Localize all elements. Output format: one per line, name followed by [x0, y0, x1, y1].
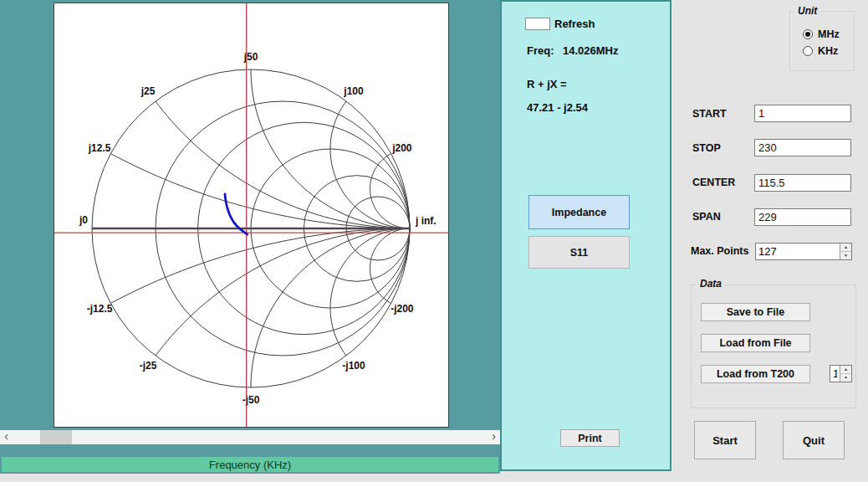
radio-mhz[interactable]: [803, 29, 813, 39]
scroll-right-arrow-icon[interactable]: ›: [488, 430, 500, 444]
t200-index-input[interactable]: [830, 366, 840, 382]
center-label: CENTER: [692, 177, 735, 188]
frequency-axis-label: Frequency (KHz): [209, 459, 291, 471]
svg-text:j25: j25: [140, 85, 156, 97]
smith-chart: j12.5-j12.5j25-j25j50-j50j100-j100j200-j…: [54, 3, 449, 428]
unit-groupbox: [789, 11, 855, 71]
save-to-file-button[interactable]: Save to File: [701, 303, 810, 321]
r-jx-value: 47.21 - j2.54: [527, 101, 588, 114]
smith-chart-svg: j12.5-j12.5j25-j25j50-j50j100-j100j200-j…: [54, 3, 448, 427]
radio-khz-label: KHz: [818, 45, 838, 57]
readout-panel: Refresh Freq: 14.026MHz R + jX = 47.21 -…: [500, 0, 671, 471]
start-label: START: [692, 108, 727, 120]
max-points-label: Max. Points: [691, 245, 748, 257]
svg-text:-j100: -j100: [342, 360, 365, 372]
load-from-file-button[interactable]: Load from File: [701, 334, 810, 352]
chart-window: j12.5-j12.5j25-j25j50-j50j100-j100j200-j…: [0, 0, 500, 474]
svg-text:j100: j100: [343, 85, 364, 97]
radio-khz[interactable]: [803, 46, 813, 56]
svg-text:j50: j50: [243, 51, 258, 63]
svg-text:j12.5: j12.5: [88, 142, 111, 154]
start-button[interactable]: Start: [694, 421, 756, 459]
scroll-left-arrow-icon[interactable]: ‹: [0, 430, 13, 444]
start-input[interactable]: [754, 105, 851, 122]
freq-value: 14.026MHz: [563, 44, 618, 57]
unit-group-label: Unit: [794, 5, 820, 17]
svg-text:j inf.: j inf.: [415, 215, 437, 227]
stop-input[interactable]: [754, 139, 851, 156]
t200-index-up-icon[interactable]: ▲: [840, 366, 851, 374]
svg-text:-j50: -j50: [243, 394, 260, 406]
freq-label: Freq:: [527, 44, 554, 57]
svg-text:-j12.5: -j12.5: [87, 303, 113, 315]
quit-button[interactable]: Quit: [783, 421, 845, 459]
impedance-button[interactable]: Impedance: [528, 195, 630, 229]
data-group-label: Data: [697, 278, 725, 290]
t200-index-spinner: ▲ ▼: [830, 365, 852, 382]
max-points-spinner: ▲ ▼: [755, 243, 852, 260]
stop-label: STOP: [692, 142, 721, 154]
max-points-input[interactable]: [756, 244, 840, 259]
radio-mhz-label: MHz: [818, 28, 840, 40]
center-input[interactable]: [754, 174, 851, 192]
print-button[interactable]: Print: [560, 429, 620, 447]
max-points-down-icon[interactable]: ▼: [840, 252, 851, 259]
svg-text:j0: j0: [79, 214, 88, 226]
r-jx-label: R + jX =: [527, 78, 567, 90]
load-from-t200-button[interactable]: Load from T200: [701, 365, 810, 383]
refresh-checkbox[interactable]: [525, 18, 550, 30]
scrollbar-thumb[interactable]: [40, 430, 72, 444]
max-points-up-icon[interactable]: ▲: [840, 244, 851, 252]
horizontal-scrollbar[interactable]: ‹ ›: [0, 430, 500, 444]
span-input[interactable]: [754, 208, 851, 226]
s11-button[interactable]: S11: [528, 236, 630, 269]
span-label: SPAN: [692, 211, 721, 223]
refresh-label: Refresh: [554, 18, 595, 30]
svg-text:j200: j200: [391, 142, 412, 154]
t200-index-down-icon[interactable]: ▼: [840, 374, 851, 382]
svg-text:-j25: -j25: [140, 360, 157, 372]
svg-text:-j200: -j200: [391, 303, 414, 315]
frequency-axis-bar: Frequency (KHz): [2, 457, 498, 472]
